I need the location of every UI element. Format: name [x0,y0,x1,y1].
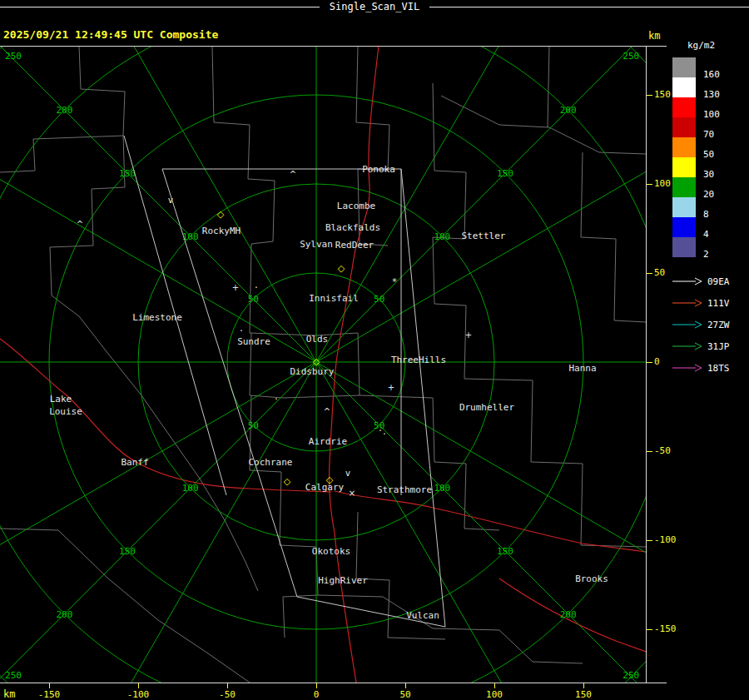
range-ring-label: 200 [56,105,72,116]
legend-value: 160 [703,69,720,80]
y-tick [647,629,652,630]
radar-arrow-icon [672,277,702,285]
city-label: ThreeHills [391,355,446,365]
city-label: Airdrie [309,436,347,447]
range-ring-label: 150 [497,168,513,179]
radar-legend-row: 09EA [672,271,747,292]
x-tick [583,683,584,688]
radar-window: Single_Scan_VIL 2025/09/21 12:49:45 UTC … [0,0,749,700]
legend-swatch [672,197,696,217]
legend-value: 20 [703,189,714,200]
color-legend: kg/m2 16013010070503020842 09EA111V27ZW3… [672,40,747,379]
y-tick [647,95,652,96]
range-ring-label: 250 [5,670,22,681]
range-ring [0,46,646,683]
city-label: Drumheller [459,402,515,413]
map-marker: v [168,196,173,205]
y-tick [647,273,652,274]
y-axis-unit-label: km [648,30,660,42]
radar-id-label: 09EA [707,276,730,287]
y-tick-label: 0 [654,356,660,367]
y-tick-label: 100 [654,178,671,189]
legend-row: 8 [672,197,747,217]
map-marker: + [232,283,239,292]
radar-arrow-icon [672,299,702,307]
legend-swatch [672,97,696,117]
x-tick [316,683,317,688]
x-tick-label: -150 [32,689,66,700]
county-boundary [250,395,318,638]
radar-id-label: 111V [707,298,730,309]
map-marker: ^ [77,220,83,229]
map-marker: ^ [324,407,330,416]
county-boundary [50,136,125,316]
title-rule-left [0,7,320,7]
radar-legend-row: 18TS [672,357,747,379]
city-label: Limestone [132,312,182,323]
range-ring-label: 50 [248,294,259,305]
county-boundary [79,316,258,591]
city-label: Okotoks [312,546,350,557]
x-tick-label: -100 [122,689,155,700]
range-ring-label: 150 [119,546,136,557]
legend-row: 30 [672,157,747,177]
radar-site-legend: 09EA111V27ZW31JP18TS [672,271,747,379]
city-label: HighRiver [318,575,368,586]
city-label: Brooks [575,573,608,584]
y-tick-label: 50 [654,267,665,278]
y-tick-label: -100 [654,534,677,545]
x-tick-label: -50 [211,689,244,700]
city-label: Sundre [237,336,270,347]
radar-legend-row: 27ZW [672,314,747,335]
legend-value: 70 [703,129,714,140]
y-tick [647,451,652,452]
map-marker: + [388,383,394,392]
y-tick-label: -50 [654,445,671,456]
legend-unit-label: kg/m2 [687,40,747,51]
legend-value: 100 [703,109,720,120]
window-title: Single_Scan_VIL [320,0,429,14]
x-tick-label: 0 [300,689,333,700]
range-ring-label: 250 [623,51,639,62]
legend-row: 100 [672,97,747,117]
legend-value: 4 [703,229,709,240]
map-marker: · [383,429,386,440]
city-label: RedDeer [335,240,374,251]
plot-border-right [646,46,647,683]
legend-row: 50 [672,137,747,157]
legend-row: 20 [672,177,747,197]
azimuth-line [0,46,646,683]
radar-map-canvas: 5050505010010010010015015015015020020020… [0,46,646,683]
legend-value: 30 [703,169,714,180]
city-label: Didsbury [290,366,335,377]
legend-value: 8 [703,209,709,220]
x-tick [227,683,228,688]
range-ring-label: 150 [497,546,513,557]
city-label: Calgary [305,482,345,493]
legend-row: 4 [672,217,747,237]
azimuth-line [0,46,646,683]
city-label: Lacombe [337,201,375,211]
range-ring-label: 50 [248,420,259,431]
range-ring-label: 250 [623,670,639,681]
highway-line [335,491,646,552]
x-tick [405,683,406,688]
city-label: RockyMH [202,226,241,236]
title-rule-right [429,7,749,7]
city-label: Hanna [568,363,596,374]
map-marker: ◇ [284,476,291,487]
radar-id-label: 27ZW [707,320,730,330]
range-ring-label: 200 [560,609,577,620]
radar-map[interactable]: 5050505010010010010015015015015020020020… [0,46,646,683]
county-boundary [464,305,646,547]
radar-arrow-icon [672,342,702,350]
range-ring [0,46,646,683]
city-label: Banff [121,457,148,468]
y-tick [647,362,652,363]
legend-swatch [672,157,696,177]
range-ring-label: 50 [374,294,384,305]
title-bar: Single_Scan_VIL [0,0,749,14]
map-marker: ^ [290,170,296,179]
legend-row: 130 [672,77,747,97]
city-label: Ponoka [362,164,395,175]
